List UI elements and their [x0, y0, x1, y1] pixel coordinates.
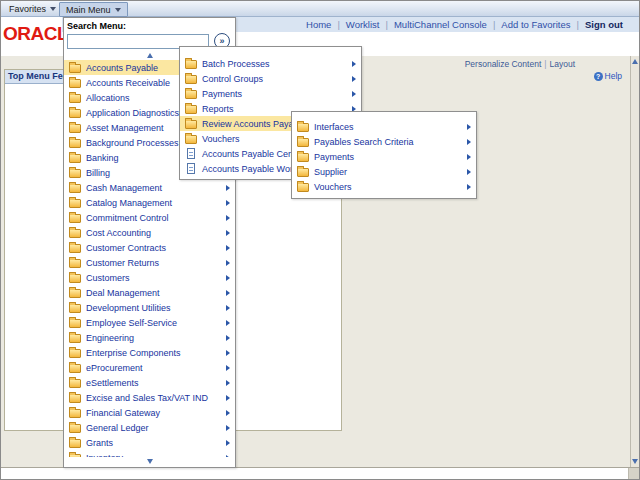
folder-icon	[69, 364, 81, 373]
folder-icon	[69, 79, 81, 88]
menu-item[interactable]: Interfaces	[292, 119, 476, 134]
submenu-arrow-icon	[467, 184, 471, 190]
menu-item-label: Grants	[86, 438, 113, 448]
review-accounts-payable-submenu: Interfaces Payables Search Criteria Paym…	[291, 111, 477, 199]
menu-item-label: Vouchers	[314, 182, 352, 192]
menu-item[interactable]: General Ledger	[64, 420, 235, 435]
submenu-arrow-icon	[226, 380, 230, 386]
submenu-arrow-icon	[226, 230, 230, 236]
menu-item[interactable]: Commitment Control	[64, 210, 235, 225]
menu-item[interactable]: eSettlements	[64, 375, 235, 390]
menu-item[interactable]: Cash Management	[64, 180, 235, 195]
submenu-arrow-icon	[467, 139, 471, 145]
submenu-arrow-icon	[226, 350, 230, 356]
folder-icon	[69, 169, 81, 178]
submenu-arrow-icon	[467, 154, 471, 160]
chevron-down-icon	[50, 7, 56, 11]
nav-link[interactable]: Home	[306, 19, 346, 30]
personalize-content-link[interactable]: Personalize Content	[465, 59, 542, 69]
menu-item-label: Financial Gateway	[86, 408, 160, 418]
folder-icon	[69, 319, 81, 328]
folder-icon	[69, 289, 81, 298]
folder-icon	[185, 105, 197, 114]
menu-item[interactable]: Excise and Sales Tax/VAT IND	[64, 390, 235, 405]
search-menu-label: Search Menu:	[67, 20, 232, 32]
menu-item[interactable]: Engineering	[64, 330, 235, 345]
folder-icon	[69, 214, 81, 223]
folder-icon	[69, 439, 81, 448]
menu-scroll-down[interactable]	[65, 457, 234, 465]
menu-item[interactable]: Deal Management	[64, 285, 235, 300]
personalize-layout-link[interactable]: Layout	[549, 59, 575, 69]
favorites-menu-button[interactable]: Favorites	[3, 2, 62, 15]
menu-item[interactable]: Payables Search Criteria	[292, 134, 476, 149]
vertical-scrollbar[interactable]	[630, 56, 639, 467]
menu-item[interactable]: Payments	[180, 86, 361, 101]
folder-icon	[69, 259, 81, 268]
folder-icon	[185, 90, 197, 99]
menu-item[interactable]: Financial Gateway	[64, 405, 235, 420]
submenu-arrow-icon	[467, 124, 471, 130]
menu-item[interactable]: Employee Self-Service	[64, 315, 235, 330]
menu-item[interactable]: Batch Processes	[180, 56, 361, 71]
nav-link[interactable]: Add to Favorites	[501, 19, 585, 30]
menu-item[interactable]: Supplier	[292, 164, 476, 179]
folder-icon	[69, 394, 81, 403]
menu-item[interactable]: Vouchers	[292, 179, 476, 194]
logo-area: ORACLE	[1, 17, 62, 56]
menu-item[interactable]: Control Groups	[180, 71, 361, 86]
personalize-bar: Personalize Content|Layout	[465, 59, 575, 69]
submenu-arrow-icon	[467, 169, 471, 175]
menu-item[interactable]: Enterprise Components	[64, 345, 235, 360]
menu-item[interactable]: Grants	[64, 435, 235, 450]
menu-item-label: Catalog Management	[86, 198, 172, 208]
folder-icon	[69, 154, 81, 163]
menu-item[interactable]: Catalog Management	[64, 195, 235, 210]
menu-item-label: Banking	[86, 153, 119, 163]
folder-icon	[69, 94, 81, 103]
submenu-arrow-icon	[226, 305, 230, 311]
folder-icon	[185, 60, 197, 69]
menu-item-label: Payments	[314, 152, 354, 162]
folder-icon	[69, 304, 81, 313]
submenu-arrow-icon	[226, 365, 230, 371]
help-link[interactable]: Help	[605, 71, 622, 81]
submenu-arrow-icon	[352, 76, 356, 82]
menu-item-label: Payments	[202, 89, 242, 99]
sign-out-link[interactable]: Sign out	[585, 19, 623, 30]
submenu-arrow-icon	[226, 335, 230, 341]
menu-item-label: Cost Accounting	[86, 228, 151, 238]
folder-icon	[69, 184, 81, 193]
menu-item-label: Supplier	[314, 167, 347, 177]
menu-item[interactable]: Cost Accounting	[64, 225, 235, 240]
submenu-arrow-icon	[352, 61, 356, 67]
scroll-up-arrow-icon[interactable]	[632, 59, 638, 64]
separator: |	[544, 59, 546, 69]
menu-item[interactable]: Customer Contracts	[64, 240, 235, 255]
menu-item-label: Control Groups	[202, 74, 263, 84]
menu-item[interactable]: eProcurement	[64, 360, 235, 375]
chevron-down-icon	[115, 8, 121, 12]
folder-icon	[69, 139, 81, 148]
menu-item-label: Accounts Payable	[86, 63, 158, 73]
scroll-down-arrow-icon[interactable]	[632, 459, 638, 464]
menu-item[interactable]: Development Utilities	[64, 300, 235, 315]
menu-item[interactable]: Payments	[292, 149, 476, 164]
menu-item[interactable]: Customer Returns	[64, 255, 235, 270]
submenu-arrow-icon	[226, 320, 230, 326]
nav-link[interactable]: MultiChannel Console	[394, 19, 501, 30]
folder-icon	[297, 183, 309, 192]
main-menu-label: Main Menu	[66, 5, 111, 15]
folder-icon	[69, 244, 81, 253]
menu-item-label: Deal Management	[86, 288, 160, 298]
menu-item-label: Reports	[202, 104, 234, 114]
menu-item-label: Cash Management	[86, 183, 162, 193]
folder-icon	[297, 168, 309, 177]
bottom-scrollbar-area	[1, 467, 639, 479]
nav-link[interactable]: Worklist	[346, 19, 394, 30]
main-menu-button[interactable]: Main Menu	[59, 2, 128, 17]
folder-icon	[69, 349, 81, 358]
submenu-arrow-icon	[226, 185, 230, 191]
menu-item-label: Accounts Receivable	[86, 78, 170, 88]
menu-item[interactable]: Customers	[64, 270, 235, 285]
